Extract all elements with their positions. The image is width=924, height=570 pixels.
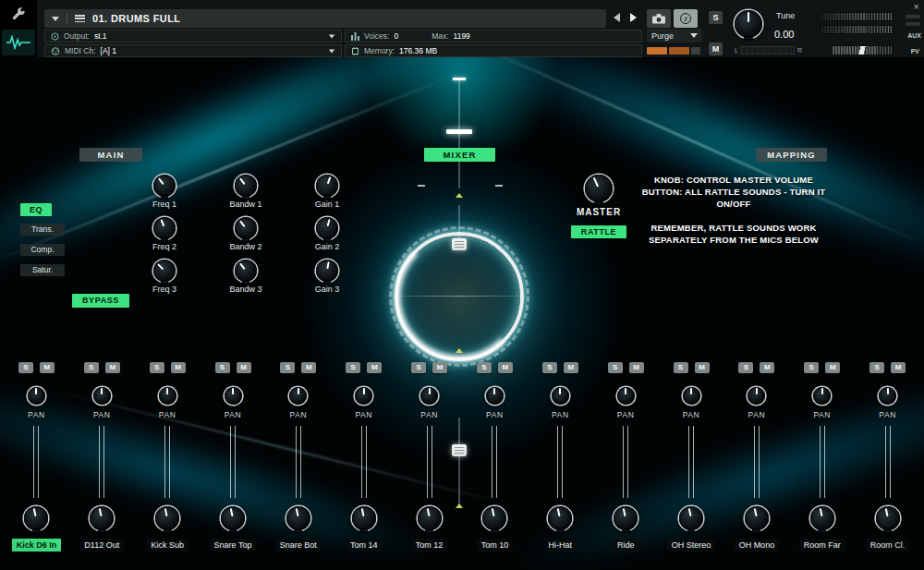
channel-volume-knob[interactable] bbox=[221, 506, 245, 530]
arrow-up-icon[interactable] bbox=[456, 193, 463, 198]
channel-fader[interactable] bbox=[492, 426, 497, 498]
channel-fader[interactable] bbox=[820, 426, 825, 498]
channel-fader[interactable] bbox=[885, 426, 891, 498]
channel-label[interactable]: Room Cl. bbox=[866, 539, 910, 552]
freq1-knob[interactable] bbox=[153, 175, 176, 197]
channel-pan-knob[interactable] bbox=[420, 387, 438, 405]
tune-knob[interactable] bbox=[735, 10, 762, 38]
channel-solo-button[interactable]: S bbox=[84, 362, 99, 373]
satur-tab-button[interactable]: Satur. bbox=[20, 264, 65, 276]
purge-dropdown[interactable]: Purge bbox=[647, 29, 702, 42]
channel-fader[interactable] bbox=[33, 426, 39, 498]
channel-mute-button[interactable]: M bbox=[367, 362, 382, 373]
channel-solo-button[interactable]: S bbox=[608, 362, 623, 373]
channel-label[interactable]: Snare Bot bbox=[275, 539, 322, 552]
channel-label[interactable]: Ride bbox=[613, 539, 639, 552]
channel-label[interactable]: Room Far bbox=[799, 539, 845, 552]
channel-fader[interactable] bbox=[164, 426, 170, 498]
channel-mute-button[interactable]: M bbox=[171, 362, 186, 373]
prev-instrument-icon[interactable] bbox=[614, 13, 620, 22]
channel-pan-knob[interactable] bbox=[28, 387, 45, 405]
instrument-title-bar[interactable]: 01. DRUMS FULL bbox=[44, 9, 606, 28]
channel-volume-knob[interactable] bbox=[286, 506, 310, 530]
channel-pan-knob[interactable] bbox=[683, 387, 700, 405]
channel-volume-knob[interactable] bbox=[679, 506, 703, 530]
channel-pan-knob[interactable] bbox=[617, 387, 635, 405]
channel-solo-button[interactable]: S bbox=[150, 362, 164, 373]
channel-mute-button[interactable]: M bbox=[432, 362, 447, 373]
channel-solo-button[interactable]: S bbox=[18, 362, 33, 373]
channel-pan-knob[interactable] bbox=[486, 387, 504, 405]
arrow-up-icon[interactable] bbox=[456, 348, 463, 353]
output-selector[interactable]: Output: st.1 bbox=[44, 30, 342, 42]
channel-volume-knob[interactable] bbox=[482, 506, 506, 530]
channel-volume-knob[interactable] bbox=[548, 506, 572, 530]
channel-volume-knob[interactable] bbox=[90, 506, 114, 530]
menu-icon[interactable] bbox=[75, 15, 85, 22]
channel-fader[interactable] bbox=[557, 426, 563, 498]
eq-tab-button[interactable]: EQ bbox=[20, 203, 52, 216]
channel-solo-button[interactable]: S bbox=[477, 362, 492, 373]
freq2-knob[interactable] bbox=[153, 217, 176, 239]
snapshot-camera-button[interactable] bbox=[647, 9, 671, 28]
channel-label[interactable]: Tom 10 bbox=[477, 539, 514, 552]
channel-solo-button[interactable]: S bbox=[280, 362, 295, 373]
channel-solo-button[interactable]: S bbox=[869, 362, 884, 373]
trans-tab-button[interactable]: Trans. bbox=[20, 224, 65, 236]
channel-mute-button[interactable]: M bbox=[564, 362, 578, 373]
pan-width-meter[interactable] bbox=[832, 45, 893, 55]
channel-volume-knob[interactable] bbox=[418, 506, 442, 530]
bandw2-knob[interactable] bbox=[235, 217, 257, 239]
instrument-mute-button[interactable]: M bbox=[709, 42, 723, 55]
bandw1-knob[interactable] bbox=[235, 175, 257, 197]
channel-label[interactable]: Kick Sub bbox=[146, 539, 188, 552]
gain2-knob[interactable] bbox=[316, 217, 338, 239]
instrument-solo-button[interactable]: S bbox=[709, 11, 723, 24]
channel-mute-button[interactable]: M bbox=[40, 362, 55, 373]
channel-label[interactable]: Tom 14 bbox=[346, 539, 383, 552]
aux-button[interactable]: AUX bbox=[907, 32, 921, 39]
channel-pan-knob[interactable] bbox=[552, 387, 569, 405]
close-icon[interactable]: × bbox=[914, 1, 919, 12]
channel-fader[interactable] bbox=[99, 426, 104, 498]
channel-mute-button[interactable]: M bbox=[825, 362, 840, 373]
waveform-icon[interactable] bbox=[2, 30, 35, 55]
comp-tab-button[interactable]: Comp. bbox=[20, 244, 65, 256]
channel-mute-button[interactable]: M bbox=[629, 362, 644, 373]
channel-mute-button[interactable]: M bbox=[695, 362, 710, 373]
channel-volume-knob[interactable] bbox=[810, 506, 834, 530]
channel-mute-button[interactable]: M bbox=[237, 362, 251, 373]
channel-pan-knob[interactable] bbox=[289, 387, 307, 405]
master-volume-knob[interactable] bbox=[585, 175, 613, 202]
channel-pan-knob[interactable] bbox=[159, 387, 176, 405]
gain3-knob[interactable] bbox=[316, 260, 338, 282]
max-value[interactable]: 1199 bbox=[454, 31, 470, 41]
midi-channel-selector[interactable]: MIDI Ch: [A] 1 bbox=[44, 44, 342, 57]
channel-label[interactable]: Snare Top bbox=[210, 539, 257, 552]
top-slider-track[interactable] bbox=[458, 79, 460, 188]
bypass-button[interactable]: BYPASS bbox=[72, 294, 129, 308]
channel-label[interactable]: Kick D6 In bbox=[12, 539, 62, 552]
channel-solo-button[interactable]: S bbox=[411, 362, 426, 373]
channel-fader[interactable] bbox=[427, 426, 432, 498]
rattle-button[interactable]: RATTLE bbox=[571, 225, 626, 238]
channel-mute-button[interactable]: M bbox=[105, 362, 120, 373]
tab-mixer[interactable]: MIXER bbox=[424, 148, 495, 162]
channel-volume-knob[interactable] bbox=[155, 506, 179, 530]
pv-button[interactable]: PV bbox=[911, 48, 919, 55]
next-instrument-icon[interactable] bbox=[630, 13, 637, 22]
channel-solo-button[interactable]: S bbox=[804, 362, 819, 373]
gain1-knob[interactable] bbox=[316, 175, 338, 197]
tune-value[interactable]: 0.00 bbox=[774, 29, 794, 40]
channel-solo-button[interactable]: S bbox=[346, 362, 360, 373]
channel-mute-button[interactable]: M bbox=[891, 362, 906, 373]
channel-fader[interactable] bbox=[361, 426, 367, 498]
channel-solo-button[interactable]: S bbox=[542, 362, 557, 373]
channel-label[interactable]: D112 Out bbox=[79, 539, 124, 552]
channel-fader[interactable] bbox=[296, 426, 301, 498]
channel-fader[interactable] bbox=[688, 426, 694, 498]
channel-mute-button[interactable]: M bbox=[301, 362, 316, 373]
channel-label[interactable]: OH Mono bbox=[735, 539, 780, 552]
wrench-icon[interactable] bbox=[4, 4, 33, 26]
channel-pan-knob[interactable] bbox=[748, 387, 765, 405]
